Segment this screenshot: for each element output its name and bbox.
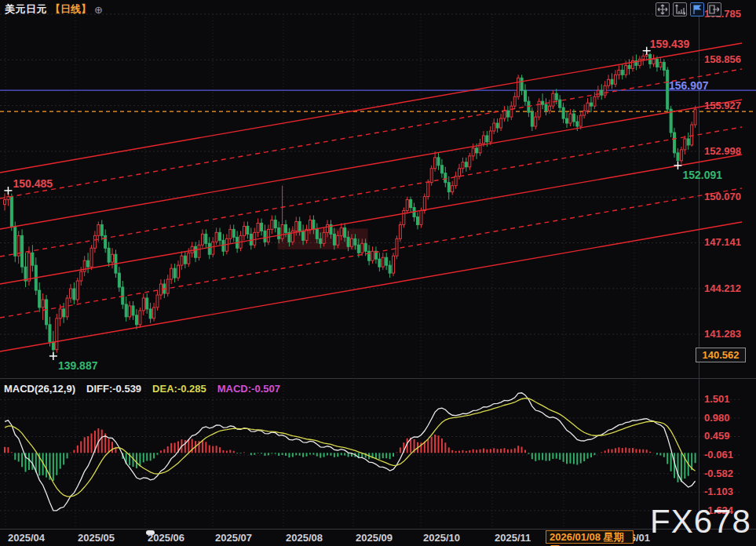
candle-body (52, 342, 54, 350)
macd-diff-value: DIFF:-0.539 (86, 383, 141, 395)
candle-body (274, 220, 276, 228)
candle-body (125, 304, 127, 317)
candle-body (420, 211, 422, 225)
candle-body (545, 104, 547, 111)
candle-body (447, 183, 450, 192)
macd-title: MACD(26,12,9) (4, 383, 75, 395)
candle-body (63, 309, 65, 317)
time-axis-label: 2025/05 (78, 532, 115, 544)
candle-body (496, 123, 499, 128)
candle-body (351, 238, 353, 246)
channel-trendline[interactable] (0, 100, 742, 229)
candle-body (208, 243, 210, 254)
candle-body (659, 62, 662, 67)
move-icon-button[interactable] (656, 2, 670, 16)
candle-body (108, 248, 110, 262)
candle-body (364, 243, 367, 251)
time-axis-label: 2025/10 (423, 532, 460, 544)
candle-body (156, 295, 159, 308)
candle-body (562, 107, 564, 118)
candle-body (535, 117, 537, 126)
candle-body (195, 246, 197, 257)
candle-body (520, 78, 523, 90)
candle-body (323, 232, 325, 243)
candle-body (302, 231, 305, 240)
candle-body (24, 267, 27, 281)
candle-body (177, 265, 180, 278)
candle-body (4, 200, 6, 205)
macd-axis-label: 0.459 (704, 430, 730, 442)
candle-body (621, 70, 623, 75)
candle-body (198, 245, 200, 257)
candle-body (267, 229, 269, 242)
axis-boxed-price: 140.562 (696, 348, 746, 362)
candle-body (440, 166, 443, 173)
candle-body (149, 309, 152, 318)
candle-body (129, 306, 131, 317)
time-axis-label: 2025/04 (8, 532, 45, 544)
candle-body (347, 237, 349, 246)
candle-body (205, 234, 207, 243)
candle-body (579, 115, 582, 126)
candle-body (423, 197, 425, 211)
price-axis-label: 144.212 (704, 282, 741, 294)
channel-trendline[interactable] (0, 155, 742, 284)
candle-body (608, 79, 610, 86)
candle-body (73, 289, 75, 300)
candle-body (542, 101, 544, 104)
channel-trendline[interactable] (0, 188, 742, 318)
candle-body (389, 265, 391, 273)
candle-body (111, 254, 114, 262)
channel-trendline[interactable] (0, 222, 742, 351)
candle-body (476, 148, 478, 153)
price-axis-label: 158.856 (704, 53, 741, 65)
candle-body (87, 260, 89, 267)
add-indicator-icon[interactable]: ⊕ (94, 5, 103, 15)
candle-body (437, 158, 440, 166)
candlestick-chart[interactable] (0, 0, 756, 546)
macd-axis-label: -1.103 (704, 486, 733, 497)
candle-body (576, 122, 579, 126)
candle-body (357, 245, 360, 253)
candle-body (56, 318, 58, 350)
extreme-price-label: 159.439 (650, 38, 690, 50)
candle-body (371, 251, 374, 260)
candle-body (590, 103, 592, 106)
candle-body (271, 220, 273, 229)
time-axis-label: 2025/08 (286, 532, 323, 544)
candle-body (566, 118, 568, 123)
axis-scale-icon-button[interactable] (673, 2, 687, 16)
candle-body (333, 234, 335, 245)
candle-body (572, 114, 575, 122)
candle-body (340, 228, 342, 235)
candle-body (312, 220, 315, 229)
candle-body (503, 111, 506, 118)
candle-body (316, 229, 318, 238)
candle-body (506, 111, 509, 117)
candle-body (38, 290, 41, 308)
candle-body (295, 221, 298, 231)
candle-body (638, 59, 641, 65)
channel-trendline[interactable] (0, 69, 742, 198)
candle-body (625, 65, 627, 75)
candle-body (462, 162, 464, 169)
candle-body (385, 257, 388, 265)
channel-trendline[interactable] (0, 43, 742, 173)
candle-body (618, 70, 620, 75)
candle-body (298, 221, 301, 231)
pan-right-icon-button[interactable] (707, 2, 721, 16)
candle-body (264, 231, 266, 242)
candle-body (642, 56, 645, 59)
candle-body (486, 136, 488, 142)
time-axis-label: 2025/09 (356, 532, 393, 544)
candle-body (652, 59, 655, 64)
candle-body (201, 234, 203, 245)
candle-body (548, 106, 550, 111)
crosshair-date-label: 2026/01/08 星期四 (546, 530, 634, 544)
period-label: 【日线】 (50, 2, 91, 16)
candle-body (27, 253, 30, 281)
candle-body (458, 169, 461, 177)
pan-right-icon (709, 4, 720, 15)
channel-trendline[interactable] (0, 127, 742, 257)
flag-icon-button[interactable] (690, 2, 704, 16)
